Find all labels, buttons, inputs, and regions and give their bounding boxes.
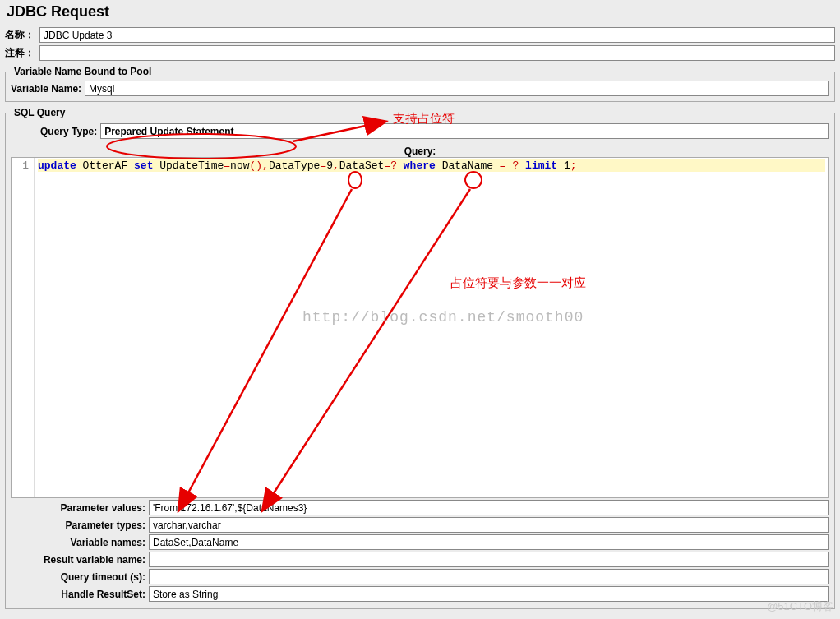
panel-title: JDBC Request — [5, 3, 835, 21]
param-values-input[interactable] — [149, 500, 829, 515]
query-type-value: Prepared Update Statement — [104, 126, 233, 137]
param-values-label: Parameter values: — [11, 502, 149, 514]
editor-code-area[interactable]: update OtterAF set UpdateTime=now(),Data… — [35, 158, 828, 497]
varnames-label: Variable names: — [11, 537, 149, 548]
gutter-line-1: 1 — [12, 159, 29, 172]
name-input[interactable] — [39, 27, 835, 43]
handle-resultset-select[interactable]: Store as String — [149, 586, 829, 602]
pool-fieldset: Variable Name Bound to Pool Variable Nam… — [5, 66, 835, 102]
jdbc-request-panel: JDBC Request 名称： 注释： Variable Name Bound… — [0, 0, 840, 619]
resultvar-label: Result variable name: — [11, 554, 149, 566]
query-type-select[interactable]: Prepared Update Statement — [100, 123, 829, 139]
query-header: Query: — [11, 146, 829, 157]
param-types-label: Parameter types: — [11, 520, 149, 531]
annotation-text-1: 支持占位符 — [393, 111, 455, 127]
variable-name-row: Variable Name: — [11, 81, 829, 96]
name-label: 名称： — [5, 28, 36, 42]
sql-legend: SQL Query — [11, 107, 68, 118]
handle-resultset-value: Store as String — [153, 589, 218, 600]
variable-name-label: Variable Name: — [11, 83, 81, 95]
resultvar-input[interactable] — [149, 552, 829, 567]
sql-editor[interactable]: 1 update OtterAF set UpdateTime=now(),Da… — [11, 157, 829, 498]
param-types-input[interactable] — [149, 517, 829, 533]
handle-label: Handle ResultSet: — [11, 589, 149, 600]
params-section: Parameter values: Parameter types: Varia… — [11, 500, 829, 602]
comment-row: 注释： — [5, 45, 835, 61]
timeout-label: Query timeout (s): — [11, 571, 149, 583]
sql-line-1: update OtterAF set UpdateTime=now(),Data… — [38, 159, 825, 172]
name-row: 名称： — [5, 27, 835, 43]
annotation-text-2: 占位符要与参数一一对应 — [450, 275, 586, 291]
timeout-input[interactable] — [149, 569, 829, 584]
copyright-text: @51CTO博客 — [767, 599, 833, 614]
sql-fieldset: SQL Query Query Type: Prepared Update St… — [5, 107, 835, 609]
pool-legend: Variable Name Bound to Pool — [11, 66, 155, 77]
variable-name-input[interactable] — [85, 81, 829, 96]
varnames-input[interactable] — [149, 534, 829, 550]
comment-input[interactable] — [39, 45, 835, 61]
query-type-label: Query Type: — [40, 126, 97, 137]
editor-gutter: 1 — [12, 158, 35, 497]
comment-label: 注释： — [5, 46, 36, 60]
